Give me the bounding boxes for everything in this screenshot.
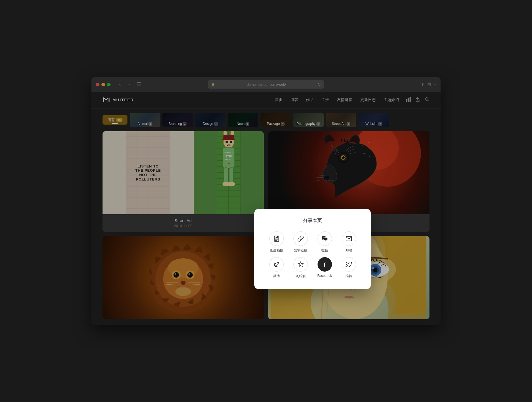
filter-tab-all-label: 所有 10 <box>108 118 122 122</box>
stats-button[interactable] <box>406 97 411 103</box>
share-label-weibo: 微博 <box>273 274 280 279</box>
url-text: demo.muiteer.com/work/ <box>217 83 316 87</box>
svg-text:OVER: OVER <box>226 155 232 157</box>
gallery-caption-street-art: Street Art 2019-11-09 <box>103 214 264 232</box>
nav-blog[interactable]: 博客 <box>290 97 298 102</box>
svg-rect-31 <box>222 139 235 140</box>
share-label-twitter: 推特 <box>346 274 352 279</box>
share-option-twitter[interactable]: 推特 <box>338 257 360 279</box>
svg-rect-3 <box>406 99 407 102</box>
filter-tab-branding-label: Branding 2 <box>169 122 187 126</box>
svg-rect-30 <box>223 135 234 140</box>
svg-point-67 <box>187 272 193 278</box>
filter-tab-all[interactable]: 所有 10 <box>103 115 127 125</box>
svg-point-50 <box>324 176 329 180</box>
gallery-item-lion[interactable] <box>103 236 264 319</box>
sidebar-toggle[interactable] <box>137 82 141 87</box>
filter-tab-neon-label: Neon 1 <box>237 122 249 126</box>
filter-tab-streetart[interactable]: Street Art 1 <box>326 113 356 127</box>
filter-tabs: 所有 10 Animal 1 Branding 2 <box>91 109 441 131</box>
share-options: 创建画报 复制链接 <box>265 231 360 279</box>
svg-rect-39 <box>224 168 228 184</box>
gallery-date-street-art: 2019-11-09 <box>106 224 260 228</box>
share-icon-weibo <box>269 257 284 272</box>
share-option-wechat[interactable]: 微信 <box>314 231 336 253</box>
svg-point-49 <box>342 156 343 157</box>
filter-tab-design[interactable]: Design 1 <box>195 113 226 127</box>
svg-marker-99 <box>298 262 303 267</box>
filter-tab-neon[interactable]: Neon 1 <box>228 113 258 127</box>
svg-point-69 <box>188 273 190 275</box>
svg-point-94 <box>326 239 327 239</box>
search-button[interactable] <box>424 97 429 103</box>
filter-tab-branding[interactable]: Branding 2 <box>162 113 193 127</box>
share-modal-title: 分享本页 <box>265 217 360 224</box>
gallery-image-street-art: LISTEN TOTHE PEOPLENOT THEPOLLUTERS <box>103 131 264 214</box>
svg-point-83 <box>372 267 374 269</box>
share-option-qq[interactable]: QQ空间 <box>290 257 311 279</box>
close-button[interactable] <box>96 83 99 86</box>
address-bar[interactable]: 🔒 demo.muiteer.com/work/ ↻ <box>208 80 324 89</box>
filter-tab-animal[interactable]: Animal 1 <box>130 113 160 127</box>
nav-about[interactable]: 关于 <box>321 97 329 102</box>
page-content: MUITEER 首页 博客 作品 关于 友情链接 更新日志 主题介绍 <box>91 92 441 325</box>
filter-tab-animal-label: Animal 1 <box>137 122 152 126</box>
forward-button[interactable]: › <box>126 81 133 88</box>
filter-tab-design-label: Design 1 <box>203 122 218 126</box>
share-label-facebook: Facebook <box>317 274 332 278</box>
filter-tab-package[interactable]: Package 4 <box>260 113 291 127</box>
svg-point-98 <box>276 265 277 266</box>
share-button[interactable] <box>415 97 420 103</box>
back-button[interactable]: ‹ <box>116 81 124 88</box>
nav-links-page[interactable]: 友情链接 <box>337 97 352 102</box>
svg-point-91 <box>323 237 324 238</box>
title-bar: ‹ › 🔒 demo.muiteer.com/work/ ↻ ⬆ ⊞ + <box>91 77 441 92</box>
svg-point-97 <box>275 265 276 265</box>
svg-rect-1 <box>137 84 141 84</box>
share-option-facebook[interactable]: Facebook <box>314 257 336 279</box>
share-option-copy-link[interactable]: 复制链接 <box>290 231 311 253</box>
share-option-poster[interactable]: 创建画报 <box>265 231 287 253</box>
share-icon-twitter <box>342 257 356 272</box>
svg-text:PEOPLE: PEOPLE <box>224 151 233 154</box>
share-option-email[interactable]: 邮箱 <box>338 231 360 253</box>
add-tab-button[interactable]: + <box>434 82 436 87</box>
share-label-poster: 创建画报 <box>270 248 283 253</box>
share-label-copy-link: 复制链接 <box>294 248 307 253</box>
gallery-item-street-art[interactable]: LISTEN TOTHE PEOPLENOT THEPOLLUTERS <box>103 131 264 232</box>
maximize-button[interactable] <box>107 83 111 86</box>
filter-tab-photography[interactable]: Photography 1 <box>293 113 324 127</box>
svg-point-57 <box>368 142 369 143</box>
svg-point-33 <box>230 141 232 143</box>
svg-point-58 <box>369 156 370 157</box>
minimize-button[interactable] <box>101 83 105 86</box>
duplicate-tab-button[interactable]: ⊞ <box>427 82 431 87</box>
share-icon-poster <box>269 231 284 246</box>
share-option-weibo[interactable]: 微博 <box>265 257 287 279</box>
svg-point-32 <box>226 141 228 143</box>
logo-text: MUITEER <box>112 98 134 102</box>
share-icon-qq <box>293 257 308 272</box>
svg-point-59 <box>360 141 360 141</box>
nav-updates[interactable]: 更新日志 <box>360 97 376 102</box>
share-icon-facebook <box>318 257 332 272</box>
nav-home[interactable]: 首页 <box>275 97 283 102</box>
logo[interactable]: MUITEER <box>103 96 134 104</box>
nav-themes[interactable]: 主题介绍 <box>383 97 399 102</box>
svg-line-53 <box>317 180 324 181</box>
svg-point-68 <box>175 273 176 275</box>
gallery-title-street-art: Street Art <box>106 218 260 223</box>
filter-tab-website[interactable]: Website 2 <box>359 113 389 127</box>
svg-rect-5 <box>410 97 411 102</box>
lock-icon: 🔒 <box>211 83 215 86</box>
filter-tab-photography-label: Photography 1 <box>297 122 320 126</box>
reload-button[interactable]: ↻ <box>318 82 321 87</box>
svg-point-75 <box>175 287 191 296</box>
svg-point-34 <box>227 144 230 146</box>
share-browser-button[interactable]: ⬆ <box>421 82 424 87</box>
svg-text:PROFIT: PROFIT <box>225 158 233 161</box>
nav-works[interactable]: 作品 <box>306 97 314 102</box>
share-label-qq: QQ空间 <box>295 274 306 279</box>
svg-point-56 <box>364 153 365 154</box>
svg-point-96 <box>274 264 278 267</box>
